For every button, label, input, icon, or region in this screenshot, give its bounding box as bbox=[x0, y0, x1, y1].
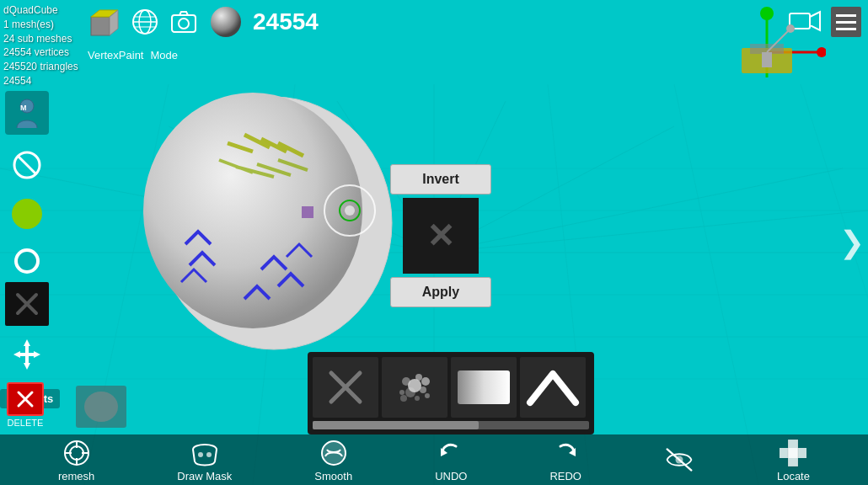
delete-button[interactable]: DELETE bbox=[7, 382, 44, 428]
svg-point-34 bbox=[179, 19, 189, 29]
globe-icon[interactable] bbox=[130, 7, 160, 37]
svg-point-22 bbox=[345, 205, 355, 216]
smooth-nav-item[interactable]: Smooth bbox=[314, 438, 352, 482]
undo-icon bbox=[436, 438, 466, 468]
sub-meshes: 24 sub meshes bbox=[3, 32, 78, 46]
brush-slider-fill bbox=[313, 421, 479, 429]
gizmo-axes bbox=[716, 2, 826, 90]
redo-icon bbox=[550, 438, 581, 468]
svg-point-72 bbox=[415, 396, 420, 401]
svg-line-92 bbox=[667, 449, 692, 470]
mode-label: Mode bbox=[151, 49, 179, 61]
svg-point-71 bbox=[408, 379, 421, 392]
bottom-nav: remesh Draw Mask bbox=[0, 434, 868, 485]
hamburger-menu[interactable] bbox=[831, 7, 861, 37]
vertex-id: 24554 bbox=[3, 74, 78, 88]
redo-nav-item[interactable]: REDO bbox=[549, 438, 581, 482]
undo-label: UNDO bbox=[435, 470, 467, 482]
mesh-count: 1 mesh(es) bbox=[3, 18, 78, 32]
chevron-right-btn[interactable]: ❯ bbox=[839, 225, 865, 260]
svg-marker-59 bbox=[34, 351, 40, 358]
viewport: dQuadCube 1 mesh(es) 24 sub meshes 24554… bbox=[0, 0, 868, 485]
object-name: dQuadCube bbox=[3, 3, 78, 18]
undo-nav-item[interactable]: UNDO bbox=[435, 438, 467, 482]
svg-rect-24 bbox=[302, 206, 313, 218]
svg-point-51 bbox=[12, 199, 42, 229]
remesh-nav-item[interactable]: remesh bbox=[58, 438, 94, 482]
brush-splatter-option[interactable] bbox=[382, 357, 447, 418]
draw-mask-icon bbox=[190, 438, 220, 468]
invert-button[interactable]: Invert bbox=[390, 164, 491, 195]
svg-point-39 bbox=[760, 7, 774, 20]
top-toolbar: 24554 bbox=[84, 3, 319, 40]
smooth-label: Smooth bbox=[314, 470, 352, 482]
vertex-paint-label: VertexPaint bbox=[88, 49, 144, 61]
svg-point-53 bbox=[18, 252, 36, 270]
svg-line-6 bbox=[434, 211, 868, 253]
brush-x-icon: ✕ bbox=[426, 216, 455, 255]
svg-rect-61 bbox=[20, 353, 34, 356]
locate-nav-item[interactable]: Locate bbox=[777, 438, 810, 482]
sphere-preview[interactable] bbox=[207, 3, 244, 40]
black-x-btn[interactable] bbox=[5, 282, 49, 326]
person-icon-btn[interactable]: M bbox=[5, 91, 49, 135]
svg-point-46 bbox=[786, 24, 795, 33]
redo-label: REDO bbox=[549, 470, 581, 482]
svg-marker-56 bbox=[24, 339, 30, 346]
object-thumbnail[interactable] bbox=[76, 386, 126, 428]
svg-point-85 bbox=[198, 452, 203, 457]
svg-rect-25 bbox=[91, 17, 110, 35]
svg-rect-75 bbox=[458, 370, 510, 404]
brush-toolbar bbox=[308, 352, 594, 434]
svg-point-80 bbox=[70, 446, 83, 460]
brush-chevron-option[interactable] bbox=[520, 357, 586, 418]
svg-line-50 bbox=[18, 156, 36, 174]
vertex-count-display: 24554 bbox=[253, 8, 319, 35]
svg-point-69 bbox=[399, 390, 405, 395]
brush-options bbox=[313, 357, 589, 418]
svg-point-73 bbox=[400, 395, 407, 402]
svg-line-17 bbox=[674, 84, 758, 485]
svg-point-20 bbox=[143, 93, 362, 328]
svg-point-70 bbox=[421, 377, 430, 386]
remesh-icon bbox=[62, 438, 92, 468]
hide-nav-item[interactable] bbox=[664, 445, 694, 475]
mode-labels: VertexPaint Mode bbox=[88, 49, 178, 61]
svg-rect-94 bbox=[780, 448, 806, 458]
svg-line-18 bbox=[801, 84, 868, 485]
svg-point-78 bbox=[84, 392, 118, 422]
brush-preview-black: ✕ bbox=[403, 198, 479, 274]
locate-icon bbox=[778, 438, 808, 468]
green-circle-btn[interactable] bbox=[5, 192, 49, 236]
invert-panel: Invert ✕ Apply bbox=[390, 164, 491, 307]
draw-mask-label: Draw Mask bbox=[177, 470, 232, 482]
cube-icon[interactable] bbox=[84, 3, 121, 40]
draw-mask-nav-item[interactable]: Draw Mask bbox=[177, 438, 232, 482]
svg-point-74 bbox=[425, 393, 430, 398]
remesh-label: remesh bbox=[58, 470, 94, 482]
hide-icon bbox=[664, 445, 694, 475]
svg-point-41 bbox=[817, 47, 826, 57]
camera-icon[interactable] bbox=[169, 7, 199, 37]
hamburger-line-2 bbox=[836, 21, 856, 24]
move-icon-btn[interactable] bbox=[5, 333, 49, 376]
svg-marker-57 bbox=[24, 363, 30, 370]
circle-outline-btn[interactable] bbox=[10, 244, 44, 278]
info-panel: dQuadCube 1 mesh(es) 24 sub meshes 24554… bbox=[3, 3, 78, 88]
brush-gradient-option[interactable] bbox=[451, 357, 517, 418]
svg-text:M: M bbox=[20, 104, 27, 112]
brush-size-slider[interactable] bbox=[313, 421, 589, 429]
vertices: 24554 vertices bbox=[3, 45, 78, 60]
locate-label: Locate bbox=[777, 470, 810, 482]
brush-x-option[interactable] bbox=[313, 357, 378, 418]
svg-rect-44 bbox=[762, 52, 772, 67]
apply-button[interactable]: Apply bbox=[390, 277, 491, 307]
3d-object[interactable] bbox=[118, 76, 405, 362]
smooth-icon bbox=[319, 438, 349, 468]
no-symbol-icon-btn[interactable] bbox=[5, 143, 49, 187]
hamburger-line-3 bbox=[836, 28, 856, 30]
hamburger-line-1 bbox=[836, 14, 856, 17]
svg-point-35 bbox=[211, 7, 241, 37]
svg-marker-58 bbox=[13, 351, 20, 358]
svg-point-86 bbox=[206, 452, 212, 457]
